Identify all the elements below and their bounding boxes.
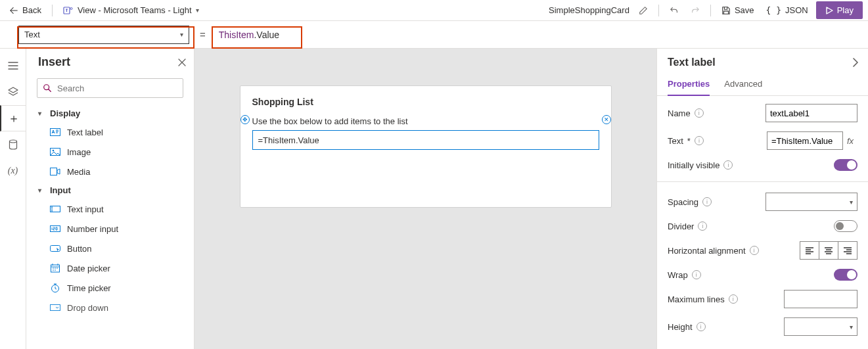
align-center-button[interactable]: [819, 241, 838, 260]
divider-toggle[interactable]: [834, 220, 857, 232]
rail-data[interactable]: [0, 131, 26, 158]
prop-row-divider: Divideri: [668, 220, 857, 232]
formula-input[interactable]: ThisItem.Value: [212, 21, 868, 48]
insert-item-media[interactable]: Media: [26, 162, 194, 181]
card-subtitle-text: Use the box below to add items to the li…: [252, 116, 408, 126]
svg-point-2: [9, 140, 16, 143]
theme-label: View - Microsoft Teams - Light: [78, 5, 192, 15]
svg-rect-4: [51, 129, 60, 136]
edit-appname-button[interactable]: [635, 2, 652, 19]
insert-item-text-input[interactable]: Text input: [26, 199, 194, 219]
info-icon[interactable]: i: [750, 246, 759, 255]
spacing-select[interactable]: ▾: [765, 193, 857, 211]
insert-item-text-label[interactable]: Text label: [26, 122, 194, 142]
prop-row-height: Heighti ▾: [668, 317, 857, 336]
text-input[interactable]: [767, 131, 843, 150]
property-select[interactable]: Text ▾: [18, 26, 189, 44]
search-icon: [43, 83, 52, 93]
close-panel-button[interactable]: [178, 58, 186, 66]
category-input[interactable]: ▾ Input: [26, 181, 194, 199]
prop-label-maxlines: Maximum lines: [668, 294, 725, 304]
align-right-button[interactable]: [838, 241, 857, 260]
info-icon[interactable]: i: [702, 197, 712, 206]
rail-tree-view[interactable]: [0, 53, 26, 79]
search-box[interactable]: [37, 78, 183, 98]
chevron-down-icon: ▾: [38, 187, 45, 194]
prop-row-spacing: Spacingi ▾: [668, 193, 857, 211]
hamburger-icon: [8, 61, 18, 70]
play-button[interactable]: Play: [816, 1, 863, 19]
redo-icon: [691, 6, 700, 15]
bound-text-value: =ThisItem.Value: [258, 135, 319, 145]
insert-item-image[interactable]: Image: [26, 142, 194, 162]
item-label: Date picker: [67, 264, 110, 273]
tab-properties[interactable]: Properties: [668, 74, 710, 95]
insert-item-time-picker[interactable]: Time picker: [26, 278, 194, 298]
chevron-right-icon: [852, 58, 859, 67]
info-icon[interactable]: i: [695, 136, 704, 145]
chevron-down-icon: ▾: [180, 31, 183, 38]
rail-insert[interactable]: ＋: [0, 105, 26, 131]
align-left-button[interactable]: [800, 241, 819, 260]
clock-icon: [50, 283, 60, 293]
text-label-icon: [50, 127, 60, 137]
item-label: Image: [67, 147, 91, 157]
name-input[interactable]: [765, 104, 857, 122]
tab-advanced[interactable]: Advanced: [724, 74, 762, 95]
chevron-down-icon: ▾: [38, 110, 45, 117]
equals-icon: =: [193, 21, 212, 48]
rail-layers[interactable]: [0, 79, 26, 105]
save-button[interactable]: Save: [718, 4, 758, 16]
info-icon[interactable]: i: [729, 294, 738, 304]
selected-text-label[interactable]: =ThisItem.Value: [252, 130, 599, 150]
left-rail: ＋ (x): [0, 49, 26, 349]
item-label: Number input: [67, 224, 118, 234]
search-input[interactable]: [57, 83, 177, 93]
play-label: Play: [837, 5, 854, 15]
fx-button[interactable]: fx: [843, 131, 857, 150]
info-icon[interactable]: i: [723, 160, 733, 170]
category-label: Input: [50, 185, 71, 195]
number-input-icon: [50, 223, 60, 234]
wrap-toggle[interactable]: [834, 269, 857, 281]
visible-toggle[interactable]: [834, 159, 857, 171]
back-button[interactable]: Back: [5, 4, 45, 16]
undo-button[interactable]: [666, 2, 683, 19]
rail-variables[interactable]: (x): [0, 158, 26, 184]
prop-label-spacing: Spacing: [668, 197, 698, 207]
selection-handle-right[interactable]: ✕: [602, 115, 611, 124]
redo-button[interactable]: [687, 2, 704, 19]
info-icon[interactable]: i: [695, 108, 704, 118]
preview-card[interactable]: Shopping List ✥ Use the box below to add…: [240, 85, 612, 208]
prop-row-wrap: Wrapi: [668, 269, 857, 281]
category-display[interactable]: ▾ Display: [26, 105, 194, 122]
insert-item-button[interactable]: Button: [26, 239, 194, 258]
info-icon[interactable]: i: [692, 270, 701, 279]
json-label: JSON: [785, 5, 808, 15]
card-title: Shopping List: [252, 97, 599, 107]
insert-item-drop-down[interactable]: Drop down: [26, 298, 194, 317]
prop-label-height: Height: [668, 322, 693, 332]
collapse-panel-button[interactable]: [852, 58, 859, 67]
align-left-icon: [805, 246, 814, 254]
insert-item-date-picker[interactable]: Date picker: [26, 258, 194, 278]
variable-icon: (x): [8, 166, 18, 176]
item-label: Time picker: [67, 283, 111, 293]
height-select[interactable]: ▾: [784, 317, 857, 336]
top-bar: Back View - Microsoft Teams - Light ▾ Si…: [0, 0, 868, 21]
canvas-stage[interactable]: Shopping List ✥ Use the box below to add…: [194, 49, 656, 349]
svg-point-6: [53, 150, 55, 152]
info-icon[interactable]: i: [698, 221, 707, 231]
maxlines-input[interactable]: [784, 290, 857, 308]
json-button[interactable]: { } JSON: [762, 4, 812, 16]
info-icon[interactable]: i: [697, 322, 706, 331]
selection-handle-left[interactable]: ✥: [240, 115, 250, 124]
save-label: Save: [735, 5, 754, 15]
prop-label-divider: Divider: [668, 221, 694, 231]
svg-point-1: [70, 7, 72, 9]
database-icon: [9, 139, 18, 150]
prop-row-halign: Horizontal alignmenti: [668, 241, 857, 260]
theme-select[interactable]: View - Microsoft Teams - Light ▾: [59, 4, 203, 17]
insert-item-number-input[interactable]: Number input: [26, 219, 194, 239]
divider: [657, 181, 868, 182]
